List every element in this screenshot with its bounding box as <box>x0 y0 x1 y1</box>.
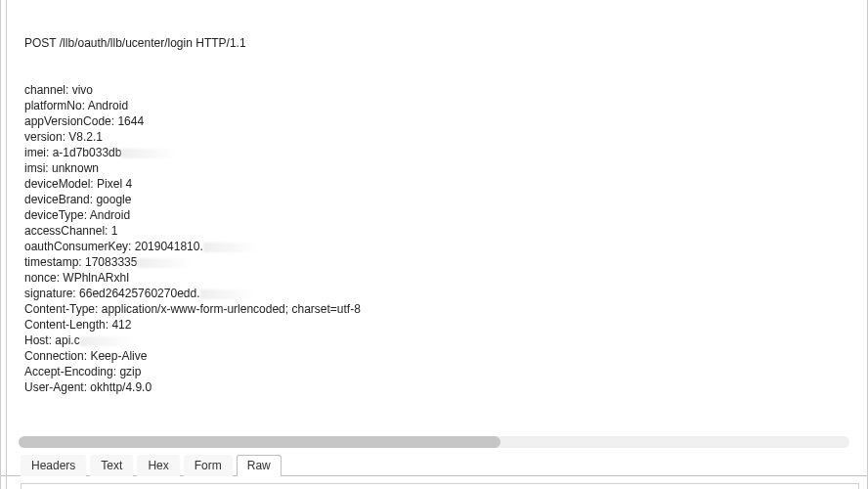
frame-divider <box>6 0 7 489</box>
redacted-segment <box>121 149 176 158</box>
http-header-line: User-Agent: okhttp/4.9.0 <box>24 379 859 395</box>
http-header-line: Content-Length: 412 <box>24 317 859 333</box>
http-header-line: deviceType: Android <box>24 207 859 223</box>
http-header-line: platformNo: Android <box>24 98 859 113</box>
http-header-line: nonce: WPhlnARxhI <box>24 270 859 286</box>
http-header-line: deviceModel: Pixel 4 <box>24 176 859 192</box>
http-header-line: deviceBrand: google <box>24 192 859 207</box>
redacted-segment <box>80 336 135 346</box>
http-header-line: Accept-Encoding: gzip <box>24 364 859 379</box>
horizontal-scrollbar-thumb[interactable] <box>19 436 500 448</box>
decoded-json-box: { "sd": "Mvk-sSoKtBSZedjJ-xKWS8MfZdzOnLN… <box>21 483 859 489</box>
horizontal-scrollbar[interactable] <box>19 436 849 448</box>
http-header-line: imsi: unknown <box>24 160 859 176</box>
tab-headers[interactable]: Headers <box>21 455 86 476</box>
http-header-line: timestamp: 17083335 <box>24 254 859 270</box>
tab-raw[interactable]: Raw <box>237 455 282 476</box>
http-header-line: signature: 66ed26425760270edd. <box>24 286 859 301</box>
http-header-line: Content-Type: application/x-www-form-url… <box>24 301 859 317</box>
redacted-segment <box>137 258 192 268</box>
http-header-line: channel: vivo <box>24 82 859 98</box>
redacted-segment <box>203 243 258 252</box>
http-header-line: accessChannel: 1 <box>24 223 859 239</box>
raw-request-pane: POST /llb/oauth/llb/ucenter/login HTTP/1… <box>1 0 867 430</box>
http-header-line: appVersionCode: 1644 <box>24 113 859 129</box>
decoded-pane: { "sd": "Mvk-sSoKtBSZedjJ-xKWS8MfZdzOnLN… <box>1 476 867 489</box>
tab-form[interactable]: Form <box>184 455 233 476</box>
tab-hex[interactable]: Hex <box>137 455 179 476</box>
http-header-line: Host: api.c <box>24 333 859 348</box>
tab-text[interactable]: Text <box>90 455 133 476</box>
view-tabs: HeadersTextHexFormRaw <box>1 452 867 476</box>
request-inspector-panel: POST /llb/oauth/llb/ucenter/login HTTP/1… <box>0 0 868 489</box>
http-header-line: Connection: Keep-Alive <box>24 348 859 364</box>
http-request-line: POST /llb/oauth/llb/ucenter/login HTTP/1… <box>24 35 859 51</box>
http-header-line: version: V8.2.1 <box>24 129 859 145</box>
http-header-line: oauthConsumerKey: 2019041810. <box>24 239 859 254</box>
http-header-line: imei: a-1d7b033db <box>24 145 859 160</box>
redacted-segment <box>200 289 255 299</box>
